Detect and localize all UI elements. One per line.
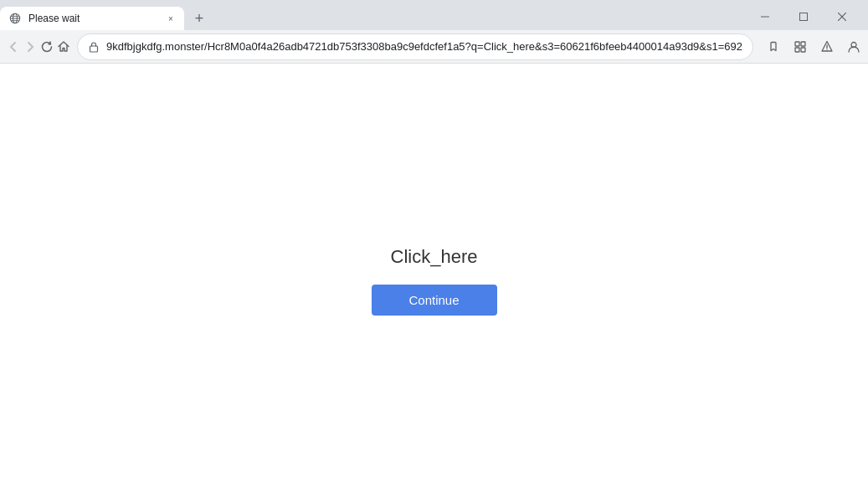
svg-rect-12 <box>795 48 799 52</box>
svg-rect-11 <box>801 42 805 46</box>
new-tab-button[interactable]: + <box>187 7 211 30</box>
tab-strip: Please wait × + <box>0 0 746 30</box>
tab-favicon <box>8 12 22 25</box>
close-button[interactable] <box>823 5 861 28</box>
continue-button[interactable]: Continue <box>372 285 497 316</box>
back-button[interactable] <box>7 33 20 60</box>
url-display: 9kdfbjgkdfg.monster/Hcr8M0a0f4a26adb4721… <box>106 40 742 53</box>
minimize-button[interactable] <box>746 5 784 28</box>
svg-point-15 <box>826 49 827 49</box>
svg-rect-13 <box>801 48 805 52</box>
chrome-window: Please wait × + <box>0 0 868 498</box>
svg-rect-6 <box>800 13 808 21</box>
reload-button[interactable] <box>40 33 54 60</box>
toolbar-actions <box>760 33 868 60</box>
toolbar: 9kdfbjgkdfg.monster/Hcr8M0a0f4a26adb4721… <box>0 30 868 64</box>
title-bar: Please wait × + <box>0 0 868 30</box>
svg-rect-5 <box>761 17 769 18</box>
extensions-button[interactable] <box>787 33 814 60</box>
maximize-button[interactable] <box>784 5 823 28</box>
page-content: Click_here Continue <box>0 64 868 498</box>
svg-rect-10 <box>795 42 799 46</box>
lock-icon <box>88 41 100 53</box>
window-controls <box>746 0 868 30</box>
alert-button[interactable] <box>814 33 840 60</box>
address-bar[interactable]: 9kdfbjgkdfg.monster/Hcr8M0a0f4a26adb4721… <box>77 33 753 60</box>
active-tab[interactable]: Please wait × <box>0 7 184 30</box>
tab-title: Please wait <box>28 13 157 24</box>
home-button[interactable] <box>57 33 70 60</box>
tab-close-button[interactable]: × <box>164 12 177 25</box>
forward-button[interactable] <box>23 33 37 60</box>
account-button[interactable] <box>840 33 867 60</box>
svg-rect-9 <box>90 46 98 52</box>
page-heading: Click_here <box>391 246 478 268</box>
bookmark-button[interactable] <box>760 33 787 60</box>
